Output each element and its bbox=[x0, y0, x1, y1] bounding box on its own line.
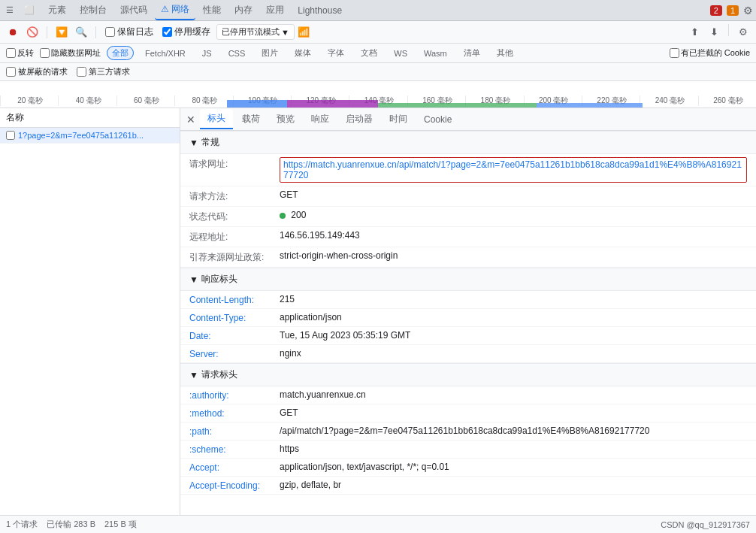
filter-wasm[interactable]: Wasm bbox=[419, 47, 452, 59]
accept-encoding-label: Accept-Encoding: bbox=[189, 480, 280, 491]
throttle-dropdown[interactable]: 已停用节流模式 ▼ bbox=[216, 24, 295, 40]
separator-3 bbox=[728, 24, 729, 36]
filter-font[interactable]: 字体 bbox=[322, 46, 349, 60]
tab-cookies[interactable]: Cookie bbox=[416, 111, 459, 128]
invert-checkbox[interactable]: 反转 bbox=[6, 47, 34, 59]
response-headers-section-header[interactable]: ▼ 响应标头 bbox=[180, 268, 756, 291]
path-label: :path: bbox=[189, 425, 280, 437]
hidden-data-input[interactable] bbox=[40, 48, 50, 58]
record-button[interactable]: ⏺ bbox=[5, 24, 21, 41]
date-label: Date: bbox=[189, 330, 280, 341]
third-party-checkbox[interactable]: 第三方请求 bbox=[77, 66, 130, 77]
nav-console[interactable]: 控制台 bbox=[74, 1, 113, 20]
method-row: :method: GET bbox=[180, 404, 756, 422]
tl-80ms: 80 毫秒 bbox=[174, 95, 232, 106]
remote-addr-value: 146.56.195.149:443 bbox=[280, 230, 747, 241]
top-bar: ☰ ⬜ 元素 控制台 源代码 ⚠ 网络 性能 内存 应用 Lighthouse … bbox=[0, 0, 756, 21]
date-row: Date: Tue, 15 Aug 2023 05:35:19 GMT bbox=[180, 327, 756, 345]
separator-1 bbox=[47, 26, 47, 38]
tl-60ms: 60 毫秒 bbox=[116, 95, 174, 106]
preserve-log-checkbox[interactable]: 保留日志 bbox=[102, 26, 156, 38]
request-name[interactable]: 1?page=2&m=7ee0475a11261b... bbox=[18, 131, 174, 140]
hidden-data-checkbox[interactable]: 隐藏数据网址 bbox=[40, 47, 101, 59]
response-headers-label: 响应标头 bbox=[201, 273, 237, 286]
blocked-cookie-checkbox[interactable]: 有已拦截的 Cookie bbox=[670, 47, 750, 59]
main-content: 名称 1?page=2&m=7ee0475a11261b... ✕ 标头 载荷 … bbox=[0, 108, 756, 515]
tab-payload[interactable]: 载荷 bbox=[234, 110, 268, 129]
download-button[interactable]: ⬇ bbox=[706, 24, 722, 41]
filter-button[interactable]: 🔽 bbox=[53, 24, 70, 41]
authority-value: match.yuanrenxue.cn bbox=[280, 389, 747, 400]
tab-response[interactable]: 响应 bbox=[304, 110, 337, 129]
nav-lighthouse[interactable]: Lighthouse bbox=[292, 2, 348, 19]
nav-sources[interactable]: 源代码 bbox=[114, 1, 153, 20]
nav-bar: 元素 控制台 源代码 ⚠ 网络 性能 内存 应用 Lighthouse bbox=[42, 0, 348, 20]
request-count: 1 个请求 bbox=[6, 519, 38, 530]
disable-cache-input[interactable] bbox=[162, 27, 172, 37]
content-length-value: 215 bbox=[280, 294, 747, 304]
response-headers-section: ▼ 响应标头 Content-Length: 215 Content-Type:… bbox=[180, 268, 756, 363]
tab-timing[interactable]: 时间 bbox=[382, 110, 415, 129]
remote-addr-label: 远程地址: bbox=[189, 230, 280, 244]
error-badge[interactable]: 2 bbox=[710, 5, 722, 16]
tab-initiator[interactable]: 启动器 bbox=[338, 110, 380, 129]
request-list-item[interactable]: 1?page=2&m=7ee0475a11261b... bbox=[0, 128, 180, 144]
preserve-log-input[interactable] bbox=[105, 27, 115, 37]
filter-css[interactable]: CSS bbox=[223, 47, 251, 59]
filter-ws[interactable]: WS bbox=[389, 47, 413, 59]
third-party-input[interactable] bbox=[77, 67, 86, 77]
tl-40ms: 40 毫秒 bbox=[58, 95, 116, 106]
network-settings-button[interactable]: ⚙ bbox=[735, 24, 751, 41]
tab-headers[interactable]: 标头 bbox=[200, 109, 233, 129]
menu-icon[interactable]: ☰ bbox=[3, 4, 17, 17]
request-method-label: 请求方法: bbox=[189, 189, 280, 203]
filter-media[interactable]: 媒体 bbox=[289, 46, 316, 60]
content-type-row: Content-Type: application/json bbox=[180, 309, 756, 327]
chevron-down-icon: ▼ bbox=[281, 28, 289, 37]
request-headers-section-header[interactable]: ▼ 请求标头 bbox=[180, 363, 756, 386]
invert-input[interactable] bbox=[6, 48, 16, 58]
filter-manifest[interactable]: 清单 bbox=[458, 46, 485, 60]
filter-fetch-xhr[interactable]: Fetch/XHR bbox=[140, 47, 191, 59]
referrer-policy-value: strict-origin-when-cross-origin bbox=[280, 250, 747, 261]
content-type-label: Content-Type: bbox=[189, 312, 280, 323]
nav-memory[interactable]: 内存 bbox=[228, 1, 259, 20]
search-button[interactable]: 🔍 bbox=[73, 24, 89, 41]
tab-preview[interactable]: 预览 bbox=[269, 110, 302, 129]
filter-all[interactable]: 全部 bbox=[107, 46, 134, 60]
tl-20ms: 20 毫秒 bbox=[0, 95, 58, 106]
status-dot-icon bbox=[280, 213, 286, 219]
close-button[interactable]: ✕ bbox=[186, 114, 195, 126]
date-value: Tue, 15 Aug 2023 05:35:19 GMT bbox=[280, 330, 747, 341]
general-section-header[interactable]: ▼ 常规 bbox=[180, 131, 756, 154]
clear-button[interactable]: 🚫 bbox=[24, 24, 41, 41]
window-icon[interactable]: ⬜ bbox=[21, 4, 38, 17]
status-bar: 1 个请求 已传输 283 B 215 B 项 CSDN @qq_9129173… bbox=[0, 515, 756, 533]
filter-bar: 反转 隐藏数据网址 全部 Fetch/XHR JS CSS 图片 媒体 字体 文… bbox=[0, 44, 756, 63]
nav-application[interactable]: 应用 bbox=[260, 1, 290, 20]
referrer-policy-row: 引荐来源网址政策: strict-origin-when-cross-origi… bbox=[180, 247, 756, 268]
request-url-value[interactable]: https://match.yuanrenxue.cn/api/match/1?… bbox=[280, 157, 747, 183]
warn-badge[interactable]: 1 bbox=[727, 5, 739, 16]
request-checkbox[interactable] bbox=[6, 131, 15, 140]
blocked-requests-checkbox[interactable]: 被屏蔽的请求 bbox=[6, 66, 68, 77]
filter-js[interactable]: JS bbox=[197, 47, 217, 59]
timeline-segment-blue bbox=[227, 100, 378, 108]
nav-elements[interactable]: 元素 bbox=[42, 1, 72, 20]
settings-icon[interactable]: ⚙ bbox=[743, 5, 753, 17]
filter-other[interactable]: 其他 bbox=[491, 46, 519, 60]
blocked-cookie-input[interactable] bbox=[670, 48, 679, 58]
request-url-row: 请求网址: https://match.yuanrenxue.cn/api/ma… bbox=[180, 154, 756, 186]
blocked-requests-input[interactable] bbox=[6, 67, 16, 77]
accept-encoding-row: Accept-Encoding: gzip, deflate, br bbox=[180, 477, 756, 495]
general-section-label: 常规 bbox=[201, 136, 219, 149]
upload-button[interactable]: ⬆ bbox=[686, 24, 703, 41]
accept-label: Accept: bbox=[189, 462, 280, 473]
nav-network[interactable]: ⚠ 网络 bbox=[155, 0, 195, 20]
filter-img[interactable]: 图片 bbox=[256, 46, 283, 60]
nav-performance[interactable]: 性能 bbox=[197, 1, 227, 20]
accept-encoding-value: gzip, deflate, br bbox=[280, 480, 747, 490]
disable-cache-checkbox[interactable]: 停用缓存 bbox=[159, 26, 213, 38]
filter-doc[interactable]: 文档 bbox=[355, 46, 383, 60]
request-url-label: 请求网址: bbox=[189, 157, 280, 171]
